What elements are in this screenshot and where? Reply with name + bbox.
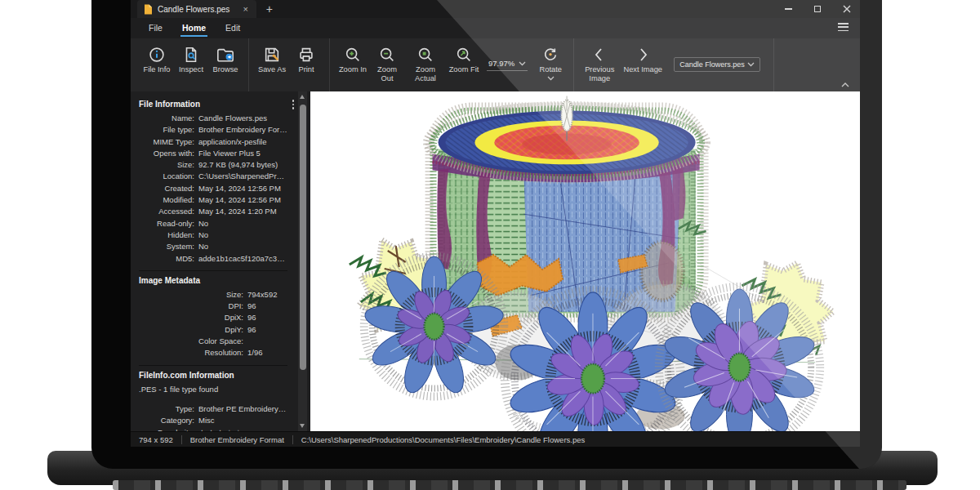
sidebar-scrollbar[interactable] xyxy=(298,91,307,431)
sidebar-options-icon[interactable] xyxy=(292,100,295,109)
info-row: DPI:96 xyxy=(139,301,287,312)
collapse-ribbon-icon[interactable] xyxy=(840,82,850,88)
browse-button[interactable]: Browse xyxy=(209,44,242,74)
menu-file[interactable]: File xyxy=(140,20,171,37)
window-controls xyxy=(783,0,852,18)
info-row: System:No xyxy=(139,241,287,252)
zoom-out-button[interactable]: Zoom Out xyxy=(371,44,403,82)
save-as-button[interactable]: Save As xyxy=(256,44,288,74)
info-row: MD5:adde1b1cac5f120a7c3698fec23b... xyxy=(139,253,287,265)
button-label: File Info xyxy=(143,65,170,74)
fileinfo-subtitle: .PES - 1 file type found xyxy=(139,384,287,395)
chevron-left-icon xyxy=(592,44,607,65)
button-label: Save As xyxy=(258,65,286,74)
button-label: Inspect xyxy=(179,65,203,74)
info-row: Accessed:May 14, 2024 1:20 PM xyxy=(139,206,287,217)
button-label: Rotate xyxy=(540,65,562,74)
section-title: FileInfo.com Information xyxy=(139,371,287,380)
info-row: Modified:May 14, 2024 12:56 PM xyxy=(139,194,287,206)
status-format: Brother Embroidery Format xyxy=(182,435,292,444)
ribbon-group-zoom: Zoom In Zoom Out xyxy=(330,38,574,91)
info-row: Type:Brother PE Embroidery Format xyxy=(139,403,287,415)
next-image-button[interactable]: Next Image xyxy=(620,44,666,74)
info-sidebar: File Information Name:Candle Flowers.pes… xyxy=(131,91,309,431)
button-label: Zoom In xyxy=(339,65,367,74)
save-as-icon xyxy=(263,44,281,65)
inspect-icon xyxy=(182,44,200,65)
info-row: Location:C:\Users\SharpenedProductions..… xyxy=(139,171,287,182)
chevron-down-icon xyxy=(519,61,526,66)
zoom-fit-button[interactable]: Zoom Fit xyxy=(448,44,480,74)
button-label: Zoom Actual xyxy=(405,65,446,82)
print-button[interactable]: Print xyxy=(290,44,323,74)
button-label: Zoom Out xyxy=(371,65,403,82)
status-file-path: C:\Users\SharpenedProductions\Documents\… xyxy=(293,435,593,444)
fileinfo-com-section: Type:Brother PE Embroidery Format Catego… xyxy=(139,403,287,431)
browse-icon xyxy=(216,44,235,65)
image-metadata-section: Size:794x592 DPI:96 DpiX:96 DpiY:96 Colo… xyxy=(139,289,287,359)
chevron-down-icon xyxy=(747,62,755,67)
laptop-keyboard-edge xyxy=(113,480,906,490)
section-divider xyxy=(139,365,287,366)
zoom-level-value: 97.97% xyxy=(488,59,514,68)
menu-home[interactable]: Home xyxy=(174,20,214,37)
scroll-down-icon[interactable] xyxy=(300,424,305,428)
open-file-value: Candle Flowers.pes xyxy=(679,60,745,69)
info-row: File type:Brother Embroidery Format (.pe… xyxy=(139,124,287,136)
status-dimensions: 794 x 592 xyxy=(131,435,181,444)
file-info-button[interactable]: File Info xyxy=(140,44,173,74)
zoom-fit-icon xyxy=(455,44,473,65)
tab-bar: Candle Flowers.pes × + xyxy=(131,0,860,18)
section-title: Image Metadata xyxy=(139,276,287,285)
open-file-selector[interactable]: Candle Flowers.pes xyxy=(674,57,760,72)
info-row: Read-only:No xyxy=(139,218,287,229)
rotate-button[interactable]: Rotate xyxy=(534,44,567,81)
file-viewer-window: Candle Flowers.pes × + File Home Edit xyxy=(131,0,860,447)
rotate-icon xyxy=(541,44,559,65)
info-row: Created:May 14, 2024 12:56 PM xyxy=(139,183,287,194)
zoom-in-button[interactable]: Zoom In xyxy=(336,44,369,74)
zoom-out-icon xyxy=(378,44,396,65)
info-row: Opens with:File Viewer Plus 5 xyxy=(139,148,287,159)
new-tab-button[interactable]: + xyxy=(256,0,283,18)
minimize-icon[interactable] xyxy=(783,4,793,14)
ribbon-group-file: File Info Inspect xyxy=(134,38,249,91)
info-row: Size:92.7 KB (94,974 bytes) xyxy=(139,159,287,171)
info-row: Category:Misc xyxy=(139,415,287,426)
close-icon[interactable] xyxy=(842,4,852,14)
file-information-section: Name:Candle Flowers.pes File type:Brothe… xyxy=(139,113,287,265)
status-bar: 794 x 592 Brother Embroidery Format C:\U… xyxy=(131,431,860,447)
info-row: Color Space: xyxy=(139,336,287,347)
ribbon-group-output: Save As Print xyxy=(249,38,330,91)
tab-title: Candle Flowers.pes xyxy=(158,5,229,14)
maximize-icon[interactable] xyxy=(813,4,822,14)
zoom-level-combobox[interactable]: 97.97% xyxy=(487,57,528,71)
scroll-up-icon[interactable] xyxy=(300,95,305,99)
chevron-down-icon xyxy=(547,76,555,81)
zoom-in-icon xyxy=(344,44,362,65)
zoom-actual-button[interactable]: Zoom Actual xyxy=(405,44,446,82)
scrollbar-thumb[interactable] xyxy=(300,105,306,370)
file-info-icon xyxy=(148,44,166,65)
print-icon xyxy=(297,44,315,65)
chevron-right-icon xyxy=(635,44,650,65)
tab-close-icon[interactable]: × xyxy=(243,5,247,14)
button-label: Print xyxy=(298,65,314,74)
section-divider xyxy=(139,270,287,271)
hamburger-menu-icon[interactable] xyxy=(838,23,849,31)
menu-bar: File Home Edit xyxy=(131,18,860,38)
embroidery-image xyxy=(310,91,860,431)
screenshot-stage: { "window": { "tab_title": "Candle Flowe… xyxy=(0,0,980,490)
button-label: Next Image xyxy=(623,65,662,74)
info-row: DpiY:96 xyxy=(139,324,287,336)
pes-file-icon xyxy=(144,4,153,15)
previous-image-button[interactable]: Previous Image xyxy=(581,44,618,82)
info-row: Name:Candle Flowers.pes xyxy=(139,113,287,124)
button-label: Zoom Fit xyxy=(449,65,479,74)
image-viewport xyxy=(310,91,860,431)
info-row: Resolution:1/96 xyxy=(139,347,287,359)
menu-edit[interactable]: Edit xyxy=(217,20,248,37)
button-label: Browse xyxy=(212,65,238,74)
tab-candle-flowers[interactable]: Candle Flowers.pes × xyxy=(137,0,256,18)
inspect-button[interactable]: Inspect xyxy=(175,44,207,74)
